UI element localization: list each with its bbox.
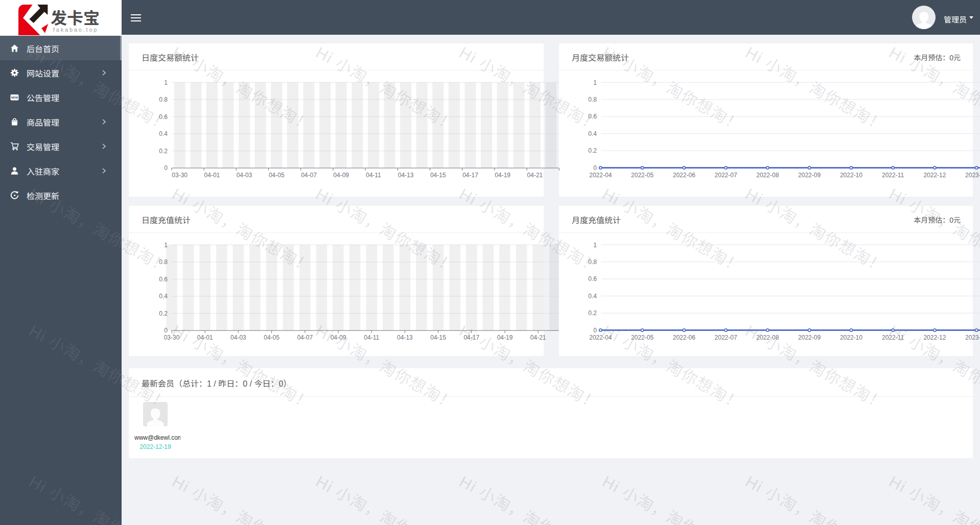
svg-text:NEW: NEW	[11, 96, 18, 99]
